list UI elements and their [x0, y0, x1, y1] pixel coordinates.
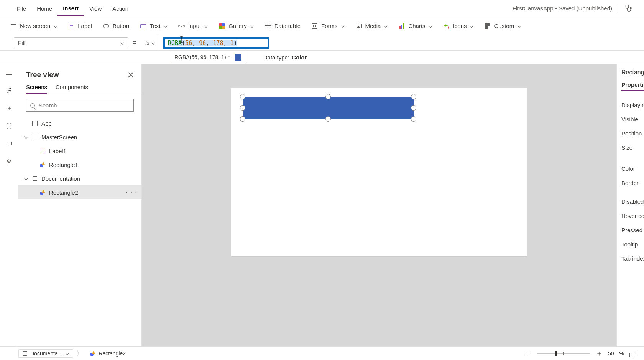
resize-handle-tm[interactable]: [325, 94, 331, 99]
tree-node-label: App: [41, 120, 52, 127]
shape-rectangle2[interactable]: [243, 97, 414, 119]
tree-tabs: Screens Components: [18, 81, 141, 94]
ribbon-text[interactable]: Text: [140, 23, 168, 30]
chevron-down-icon: [120, 41, 124, 45]
property-selector[interactable]: Fill: [14, 37, 128, 48]
ribbon-gallery-label: Gallery: [228, 23, 247, 29]
ribbon-label[interactable]: Label: [68, 23, 92, 30]
formula-n4: 1: [230, 40, 234, 46]
zoom-pct: %: [619, 350, 624, 357]
ribbon-icons[interactable]: Icons: [443, 23, 474, 30]
zoom-out-button[interactable]: −: [524, 350, 531, 357]
ribbon-media-label: Media: [365, 23, 381, 29]
tab-screens[interactable]: Screens: [26, 84, 47, 94]
search-input[interactable]: [38, 102, 130, 109]
prop-pressed-color[interactable]: Pressed color: [621, 223, 644, 237]
data-table-icon: [264, 23, 271, 30]
caret-open-icon[interactable]: [24, 178, 28, 180]
more-icon[interactable]: · · ·: [126, 189, 138, 196]
fx-button[interactable]: fx: [141, 35, 159, 50]
tree-node-label: Label1: [49, 148, 66, 154]
prop-hover-color[interactable]: Hover color: [621, 209, 644, 223]
tree-node-masterscreen[interactable]: MasterScreen: [18, 130, 141, 144]
ribbon-new-screen[interactable]: New screen: [10, 23, 57, 30]
prop-position[interactable]: Position: [621, 126, 644, 140]
ribbon-data-table[interactable]: Data table: [264, 23, 301, 30]
svg-point-0: [630, 7, 632, 9]
chevron-down-icon: [53, 24, 57, 28]
resize-handle-bm[interactable]: [325, 116, 331, 122]
formula-expression[interactable]: RGBA(56, 96, 178, 1): [163, 37, 269, 49]
tree-node-label: MasterScreen: [41, 134, 77, 140]
breadcrumb-screen[interactable]: Documenta...: [18, 349, 73, 358]
close-icon[interactable]: [128, 72, 134, 78]
ribbon-charts[interactable]: Charts: [398, 23, 432, 30]
menu-view[interactable]: View: [84, 2, 107, 15]
ribbon-forms[interactable]: Forms: [311, 23, 345, 30]
ribbon-forms-label: Forms: [321, 23, 338, 29]
ribbon-custom[interactable]: Custom: [484, 23, 521, 30]
tree-view-icon[interactable]: [5, 87, 13, 94]
zoom-slider-thumb[interactable]: [555, 351, 557, 356]
label-icon: [39, 147, 46, 154]
menu-file[interactable]: File: [12, 2, 31, 15]
resize-handle-ml[interactable]: [240, 105, 245, 111]
menu-action[interactable]: Action: [107, 2, 134, 15]
resize-handle-br[interactable]: [411, 116, 416, 122]
app-checker-icon[interactable]: [623, 4, 632, 13]
ribbon-new-screen-label: New screen: [20, 23, 50, 29]
ribbon-label-label: Label: [78, 23, 92, 29]
canvas-area[interactable]: [142, 64, 616, 346]
insert-icon[interactable]: [5, 104, 13, 112]
prop-tab-index[interactable]: Tab index: [621, 251, 644, 266]
zoom-in-button[interactable]: ＋: [596, 350, 603, 357]
prop-color[interactable]: Color: [621, 162, 644, 176]
ribbon-gallery[interactable]: Gallery: [219, 23, 254, 30]
breadcrumb-control[interactable]: Rectangle2: [86, 350, 130, 357]
data-icon[interactable]: [5, 122, 13, 130]
properties-title: Rectangle: [621, 69, 644, 76]
prop-visible[interactable]: Visible: [621, 112, 644, 126]
resize-handle-tl[interactable]: [240, 94, 245, 99]
chevron-down-icon: [151, 41, 155, 45]
tree-node-rectangle2[interactable]: Rectangle2 · · ·: [18, 185, 141, 199]
resize-handle-mr[interactable]: [411, 105, 416, 111]
tree-node-label: Rectangle1: [49, 162, 78, 168]
prop-tooltip[interactable]: Tooltip: [621, 237, 644, 251]
prop-disabled-color[interactable]: Disabled color: [621, 195, 644, 209]
properties-panel: Rectangle Properties Display mode Visibl…: [616, 64, 644, 346]
icons-icon: [443, 23, 450, 30]
caret-open-icon[interactable]: [24, 136, 28, 138]
ribbon-button[interactable]: Button: [103, 23, 129, 30]
fit-screen-icon[interactable]: [629, 350, 636, 357]
media-icon: [355, 23, 362, 30]
ribbon-data-table-label: Data table: [274, 23, 301, 29]
formula-input[interactable]: RGBA(56, 96, 178, 1): [159, 35, 644, 50]
prop-border[interactable]: Border: [621, 176, 644, 190]
menu-home[interactable]: Home: [31, 2, 58, 15]
shape-icon: [39, 161, 46, 168]
screen-icon: [23, 351, 27, 356]
resize-handle-bl[interactable]: [240, 116, 245, 122]
ribbon-media[interactable]: Media: [355, 23, 388, 30]
ribbon-charts-label: Charts: [408, 23, 425, 29]
hamburger-icon[interactable]: [5, 69, 13, 77]
tree-node-label1[interactable]: Label1: [18, 144, 141, 158]
tree-node-app[interactable]: App: [18, 116, 141, 130]
tree-node-rectangle1[interactable]: Rectangle1: [18, 158, 141, 172]
zoom-slider[interactable]: [537, 353, 590, 354]
prop-size[interactable]: Size: [621, 140, 644, 155]
prop-display-mode[interactable]: Display mode: [621, 98, 644, 112]
tree-search[interactable]: [26, 99, 134, 112]
tab-properties[interactable]: Properties: [621, 81, 644, 91]
tab-components[interactable]: Components: [56, 84, 88, 94]
ribbon-input[interactable]: Input: [178, 23, 208, 30]
tools-icon[interactable]: [5, 157, 13, 165]
canvas-screen[interactable]: [231, 88, 527, 256]
tree-view-title: Tree view: [26, 71, 59, 79]
resize-handle-tr[interactable]: [411, 94, 416, 99]
tree-node-documentation[interactable]: Documentation: [18, 172, 141, 185]
media-rail-icon[interactable]: [5, 140, 13, 147]
menu-insert[interactable]: Insert: [58, 1, 84, 16]
chevron-down-icon: [204, 24, 208, 28]
